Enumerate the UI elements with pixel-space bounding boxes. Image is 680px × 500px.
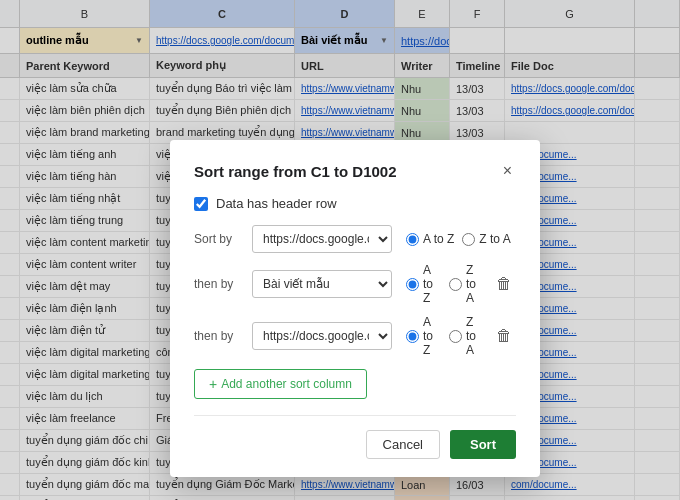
- then-by-1-az-label[interactable]: A to Z: [406, 263, 441, 305]
- then-by-row-2: then by https://docs.google.co... Bài vi…: [194, 315, 516, 357]
- sort-by-za-label[interactable]: Z to A: [462, 232, 510, 246]
- then-by-1-za-label[interactable]: Z to A: [449, 263, 484, 305]
- then-by-2-za-label[interactable]: Z to A: [449, 315, 484, 357]
- then-by-2-za-text: Z to A: [466, 315, 484, 357]
- then-by-2-za-radio[interactable]: [449, 330, 462, 343]
- sort-by-label: Sort by: [194, 232, 244, 246]
- then-by-2-select[interactable]: https://docs.google.co... Bài viết mẫu: [252, 322, 392, 350]
- then-by-2-radio-group: A to Z Z to A: [406, 315, 484, 357]
- then-by-2-az-radio[interactable]: [406, 330, 419, 343]
- then-by-1-select[interactable]: https://docs.google.co... Bài viết mẫu: [252, 270, 392, 298]
- cancel-button[interactable]: Cancel: [366, 430, 440, 459]
- add-sort-column-button[interactable]: + Add another sort column: [194, 369, 367, 399]
- then-by-2-az-label[interactable]: A to Z: [406, 315, 441, 357]
- plus-icon: +: [209, 376, 217, 392]
- then-by-2-delete-button[interactable]: 🗑: [492, 325, 516, 347]
- sort-by-az-radio[interactable]: [406, 233, 419, 246]
- sort-by-az-label[interactable]: A to Z: [406, 232, 454, 246]
- then-by-1-za-text: Z to A: [466, 263, 484, 305]
- dialog-title: Sort range from C1 to D1002: [194, 163, 397, 180]
- sort-by-za-text: Z to A: [479, 232, 510, 246]
- then-by-1-radio-group: A to Z Z to A: [406, 263, 484, 305]
- sort-dialog: Sort range from C1 to D1002 × Data has h…: [170, 140, 540, 477]
- dialog-header: Sort range from C1 to D1002 ×: [194, 160, 516, 182]
- sort-button[interactable]: Sort: [450, 430, 516, 459]
- add-sort-label: Add another sort column: [221, 377, 352, 391]
- then-by-row-1: then by https://docs.google.co... Bài vi…: [194, 263, 516, 305]
- then-by-1-label: then by: [194, 277, 244, 291]
- close-button[interactable]: ×: [499, 160, 516, 182]
- sort-by-radio-group: A to Z Z to A: [406, 232, 511, 246]
- then-by-1-za-radio[interactable]: [449, 278, 462, 291]
- header-row-checkbox[interactable]: [194, 197, 208, 211]
- then-by-1-az-radio[interactable]: [406, 278, 419, 291]
- header-row-label[interactable]: Data has header row: [216, 196, 337, 211]
- sort-by-select[interactable]: https://docs.google.co... Bài viết mẫu: [252, 225, 392, 253]
- then-by-2-az-text: A to Z: [423, 315, 441, 357]
- sort-by-row: Sort by https://docs.google.co... Bài vi…: [194, 225, 516, 253]
- then-by-1-delete-button[interactable]: 🗑: [492, 273, 516, 295]
- sort-by-za-radio[interactable]: [462, 233, 475, 246]
- then-by-1-az-text: A to Z: [423, 263, 441, 305]
- dialog-footer: Cancel Sort: [194, 415, 516, 459]
- header-checkbox-row: Data has header row: [194, 196, 516, 211]
- sort-by-az-text: A to Z: [423, 232, 454, 246]
- then-by-2-label: then by: [194, 329, 244, 343]
